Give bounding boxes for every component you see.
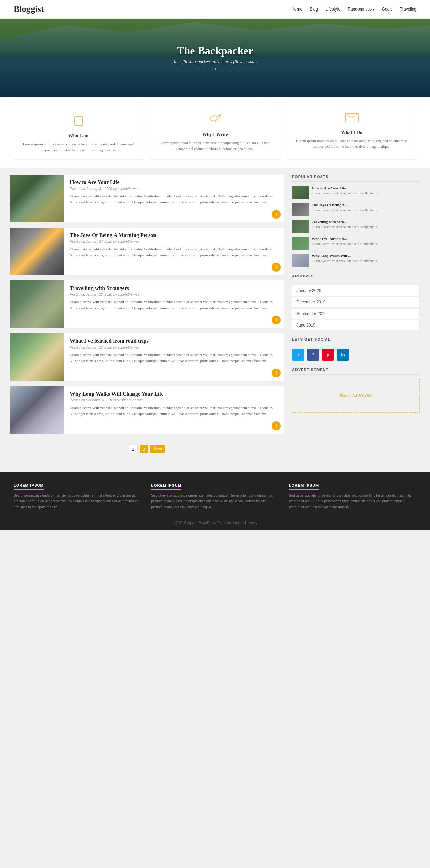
popular-post-item[interactable]: How to Ace Your Life Etiam placerat veli… [292,186,420,199]
read-more-button[interactable]: + [272,210,281,219]
archive-january-2020[interactable]: January 2020 [292,285,420,296]
nav-blog[interactable]: Blog [310,7,318,12]
post-image[interactable] [10,333,64,381]
read-more-button[interactable]: + [272,316,281,324]
ad-banner: Banner Ad 300x300 [292,379,420,413]
post-body: Why Long Walks Will Change Your Life Pos… [64,386,284,434]
post-card: How to Ace Your Life Posted on January 3… [10,175,284,222]
sidebar: POPULAR POSTS How to Ace Your Life Etiam… [292,175,420,459]
archives-title: ARCHIVES [292,274,420,281]
hero-content: The Backpacker Jobs fill your pockets, a… [173,44,257,71]
popular-post-item[interactable]: What I've learned fr... Etiam placerat v… [292,237,420,250]
linkedin-button[interactable]: in [337,349,349,361]
next-page-button[interactable]: Next [150,445,166,453]
archives-section: ARCHIVES January 2020 December 2019 Sept… [292,274,420,331]
info-card-why-text: Lorem ipsum dolor sit amet, cons ecte tu… [156,140,274,151]
popular-post-item[interactable]: Travelling with Stra... Etiam placerat v… [292,220,420,233]
post-image[interactable] [10,175,64,222]
post-title[interactable]: How to Ace Your Life [70,179,279,185]
read-more-button[interactable]: + [272,369,281,377]
popular-post-item[interactable]: The Joys Of Being A... Etiam placerat ve… [292,203,420,216]
post-inner: Travelling with Strangers Posted on Janu… [10,280,284,328]
footer-col-3-text: Sed ut perspiciatis unde omnis iste natu… [289,493,416,510]
archive-september-2019[interactable]: September 2019 [292,308,420,319]
advertisement-title: ADVERTISEMENT [292,368,420,375]
twitter-button[interactable]: t [292,349,304,361]
popular-post-body: Why Long Walks Will ... Etiam placerat v… [312,254,378,267]
hero-title: The Backpacker [173,44,257,57]
info-section: Who I am Lorem ipsum dolor sit amet, con… [0,97,430,168]
post-image[interactable] [10,386,64,434]
post-body: Travelling with Strangers Posted on Janu… [64,280,284,328]
info-card-what: What I Do Lorem ipsum dolor sit amet, co… [287,105,416,160]
hero-divider: ✦ [173,67,257,71]
post-title[interactable]: The Joys Of Being A Morning Person [70,232,279,238]
popular-post-body: How to Ace Your Life Etiam placerat veli… [312,186,378,199]
hero-section: The Backpacker Jobs fill your pockets, a… [0,19,430,97]
popular-post-title[interactable]: Why Long Walks Will ... [312,254,378,258]
post-body: What I've learned from road trips Posted… [64,333,284,381]
post-excerpt: Etiam placerat velit vitae dui blandit s… [70,405,279,417]
popular-post-image [292,186,309,199]
posts-column: How to Ace Your Life Posted on January 3… [10,175,284,459]
advertisement-section: ADVERTISEMENT Banner Ad 300x300 [292,368,420,413]
popular-post-item[interactable]: Why Long Walks Will ... Etiam placerat v… [292,254,420,267]
info-card-what-text: Lorem ipsum dolor sit amet, cons ecte tu… [292,138,411,149]
nav-lifestyle[interactable]: Lifestyle [325,7,340,12]
popular-post-excerpt: Etiam placerat velit vitae dui blandit s… [312,208,378,213]
post-meta: Posted on December 16, 2019 by superbthe… [70,398,279,402]
popular-post-image [292,237,309,250]
archive-june-2019[interactable]: June 2019 [292,320,420,331]
read-more-button[interactable]: + [272,263,281,272]
post-meta: Posted on January 22, 2020 by superbthem… [70,293,279,296]
footer-col-2: LOREM IPSUM Sed ut perspiciatis unde omn… [151,482,279,510]
pinterest-button[interactable]: p [322,349,334,361]
post-title[interactable]: Why Long Walks Will Change Your Life [70,391,279,397]
footer-col-1-text: Sed ut perspiciatis unde omnis iste natu… [14,493,141,510]
footer: LOREM IPSUM Sed ut perspiciatis unde omn… [0,472,430,530]
post-inner: What I've learned from road trips Posted… [10,333,284,381]
popular-post-title[interactable]: Travelling with Stra... [312,220,378,224]
post-meta: Posted on January 22, 2020 by superbthem… [70,346,279,349]
footer-col-2-text: Sed ut perspiciatis unde omnis iste natu… [151,493,279,510]
facebook-button[interactable]: f [307,349,319,361]
nav-goals[interactable]: Goals [382,7,392,12]
post-image[interactable] [10,228,64,275]
page-1-button[interactable]: 1 [129,445,138,453]
info-card-what-title: What I Do [292,130,411,135]
archive-december-2019[interactable]: December 2019 [292,297,420,308]
navigation: Bloggist Home Blog Lifestyle Randomness … [0,0,430,19]
site-logo[interactable]: Bloggist [14,4,44,14]
nav-randomness[interactable]: Randomness [348,7,374,12]
post-card: The Joys Of Being A Morning Person Poste… [10,228,284,275]
post-inner: Why Long Walks Will Change Your Life Pos… [10,386,284,434]
info-card-why: Why I Write Lorem ipsum dolor sit amet, … [150,105,280,160]
post-title[interactable]: Travelling with Strangers [70,285,279,291]
popular-post-title[interactable]: The Joys Of Being A... [312,203,378,207]
nav-links: Home Blog Lifestyle Randomness Goals Tra… [291,6,416,12]
social-title: LETS GET SOCIAL! [292,337,420,344]
post-excerpt: Etiam placerat velit vitae dui blandit s… [70,193,279,205]
read-more-button[interactable]: + [272,421,281,430]
popular-post-body: What I've learned fr... Etiam placerat v… [312,237,378,250]
popular-posts-title: POPULAR POSTS [292,175,420,182]
popular-posts-section: POPULAR POSTS How to Ace Your Life Etiam… [292,175,420,267]
popular-post-excerpt: Etiam placerat velit vitae dui blandit s… [312,242,378,246]
popular-post-title[interactable]: How to Ace Your Life [312,186,378,190]
popular-post-body: The Joys Of Being A... Etiam placerat ve… [312,203,378,216]
popular-post-title[interactable]: What I've learned fr... [312,237,378,241]
popular-post-image [292,254,309,267]
popular-post-excerpt: Etiam placerat velit vitae dui blandit s… [312,225,378,230]
nav-traveling[interactable]: Traveling [400,7,416,12]
footer-col-2-title: LOREM IPSUM [151,483,181,490]
post-image[interactable] [10,280,64,328]
page-2-button[interactable]: 2 [140,445,148,453]
post-title[interactable]: What I've learned from road trips [70,338,279,344]
footer-col-1-title: LOREM IPSUM [14,483,44,490]
svg-point-3 [220,116,221,117]
post-body: The Joys Of Being A Morning Person Poste… [64,228,284,275]
nav-home[interactable]: Home [291,7,302,12]
popular-post-excerpt: Etiam placerat velit vitae dui blandit s… [312,191,378,196]
popular-post-body: Travelling with Stra... Etiam placerat v… [312,220,378,233]
hero-subtitle: Jobs fill your pockets, adventures fill … [173,59,257,64]
